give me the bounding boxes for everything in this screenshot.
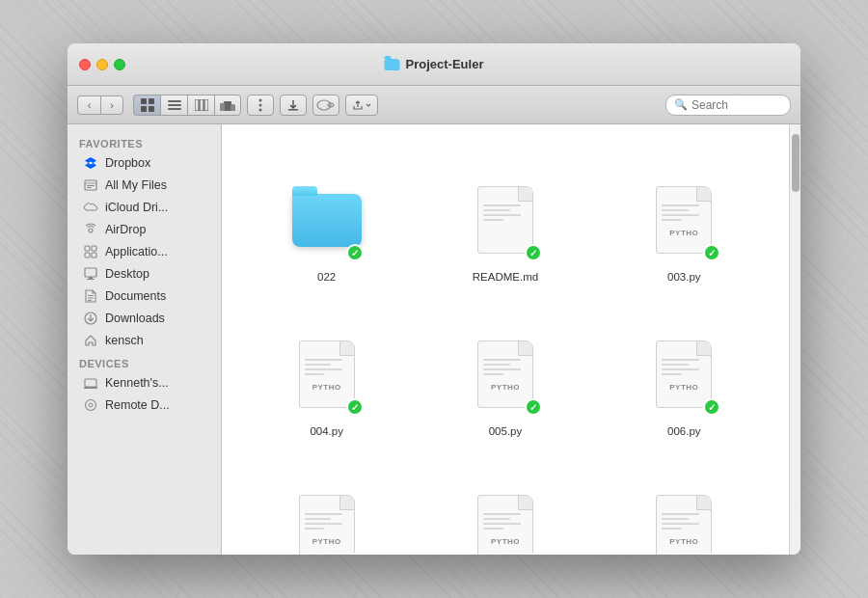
folder-icon-022 (292, 194, 362, 247)
file-item-022[interactable]: ✓ 022 (237, 140, 416, 294)
file-item-003[interactable]: PYTHO ✓ 003.py (595, 140, 773, 294)
view-buttons (133, 95, 241, 116)
svg-rect-6 (168, 108, 181, 110)
file-item-readme[interactable]: ✓ README.md (416, 140, 594, 294)
nav-buttons: ‹ › (77, 95, 123, 115)
search-icon: 🔍 (674, 98, 688, 111)
favorites-section-label: Favorites (68, 132, 221, 151)
svg-rect-1 (149, 98, 154, 104)
svg-rect-27 (89, 277, 93, 279)
back-button[interactable]: ‹ (77, 95, 100, 115)
home-icon (83, 333, 98, 348)
file-item-005[interactable]: PYTHO ✓ 005.py (416, 294, 594, 448)
action-button[interactable] (280, 95, 307, 116)
py-file-icon-008: PYTHO (477, 495, 533, 555)
svg-rect-29 (88, 295, 94, 296)
dropbox-icon (83, 155, 98, 171)
desktop-icon (83, 266, 98, 282)
svg-point-21 (89, 229, 93, 232)
file-item-008[interactable]: PYTHO ✓ 008.py (416, 448, 594, 555)
sidebar-item-kensch[interactable]: kensch (71, 330, 217, 351)
svg-rect-10 (224, 101, 231, 111)
sidebar-item-documents[interactable]: Documents (71, 285, 217, 307)
close-button[interactable] (79, 59, 91, 70)
search-input[interactable] (692, 98, 782, 112)
search-box[interactable]: 🔍 (665, 95, 791, 116)
forward-button[interactable]: › (100, 95, 123, 115)
svg-point-15 (259, 108, 262, 111)
svg-rect-2 (141, 106, 147, 112)
svg-rect-3 (149, 106, 154, 112)
applications-label: Applicatio... (105, 245, 168, 258)
list-view-button[interactable] (160, 95, 187, 116)
svg-rect-16 (288, 109, 298, 111)
file-icon-wrap-008: PYTHO ✓ (467, 485, 544, 555)
sidebar: Favorites Dropbox All My Files iCloud Dr… (68, 124, 222, 555)
py-file-icon-006: PYTHO (656, 340, 712, 408)
maximize-button[interactable] (114, 59, 125, 70)
file-name-003: 003.py (667, 271, 701, 283)
sidebar-item-desktop[interactable]: Desktop (71, 263, 217, 285)
downloads-icon (83, 311, 98, 326)
svg-point-17 (317, 100, 331, 110)
svg-point-13 (259, 98, 262, 101)
svg-rect-23 (92, 246, 96, 251)
file-icon-wrap-007: PYTHO ✓ (288, 485, 366, 555)
icon-view-button[interactable] (133, 95, 160, 116)
file-icon-wrap-005: PYTHO ✓ (467, 331, 544, 418)
check-badge-005: ✓ (525, 398, 542, 416)
file-item-004[interactable]: PYTHO ✓ 004.py (237, 294, 416, 448)
sidebar-item-downloads[interactable]: Downloads (71, 308, 217, 329)
sidebar-item-kenneths[interactable]: Kenneth's... (71, 372, 217, 394)
svg-rect-22 (85, 246, 90, 251)
file-item-009[interactable]: PYTHO ✓ 009.py (595, 448, 773, 555)
file-item-007[interactable]: PYTHO ✓ 007.py (237, 448, 416, 555)
airdrop-label: AirDrop (105, 223, 146, 236)
file-icon-wrap-022: ✓ (288, 177, 366, 263)
scrollbar[interactable] (789, 124, 800, 555)
documents-icon (83, 288, 98, 304)
sidebar-item-airdrop[interactable]: AirDrop (71, 219, 217, 240)
svg-rect-19 (87, 185, 95, 186)
py-file-icon-009: PYTHO (656, 495, 712, 555)
applications-icon (83, 244, 98, 259)
file-name-004: 004.py (310, 425, 343, 437)
scrollbar-thumb[interactable] (792, 134, 800, 192)
svg-rect-31 (88, 300, 92, 301)
airdrop-icon (83, 222, 98, 237)
sidebar-item-dropbox[interactable]: Dropbox (71, 152, 217, 174)
svg-rect-9 (204, 99, 208, 111)
main-area: Favorites Dropbox All My Files iCloud Dr… (68, 124, 800, 555)
minimize-button[interactable] (96, 59, 108, 70)
svg-rect-28 (87, 279, 95, 280)
svg-point-14 (259, 103, 262, 106)
dropbox-label: Dropbox (105, 156, 150, 170)
file-name-022: 022 (317, 271, 336, 283)
sidebar-item-all-files[interactable]: All My Files (71, 175, 217, 196)
svg-point-36 (89, 403, 93, 407)
svg-rect-24 (85, 253, 90, 258)
py-file-icon-005: PYTHO (477, 340, 533, 408)
tag-button[interactable] (312, 95, 339, 116)
share-button[interactable] (345, 95, 378, 116)
svg-rect-8 (200, 99, 203, 111)
file-name-006: 006.py (667, 425, 701, 437)
file-icon-wrap-readme: ✓ (467, 177, 544, 263)
svg-rect-12 (231, 103, 235, 110)
arrange-button[interactable] (247, 95, 274, 116)
downloads-label: Downloads (105, 312, 165, 325)
py-file-icon-007: PYTHO (299, 495, 355, 555)
sidebar-item-remote-d[interactable]: Remote D... (71, 394, 217, 416)
finder-window: Project-Euler ‹ › (68, 43, 800, 555)
file-item-006[interactable]: PYTHO ✓ 006.py (595, 294, 773, 448)
py-file-icon-004: PYTHO (299, 340, 355, 408)
sidebar-item-icloud[interactable]: iCloud Dri... (71, 197, 217, 218)
remote-icon (83, 397, 98, 413)
column-view-button[interactable] (187, 95, 214, 116)
file-name-readme: README.md (473, 271, 538, 283)
coverflow-view-button[interactable] (214, 95, 241, 116)
file-icon-wrap-009: PYTHO ✓ (645, 485, 722, 555)
svg-rect-4 (168, 100, 181, 102)
sidebar-item-applications[interactable]: Applicatio... (71, 241, 217, 262)
svg-rect-7 (195, 99, 199, 111)
